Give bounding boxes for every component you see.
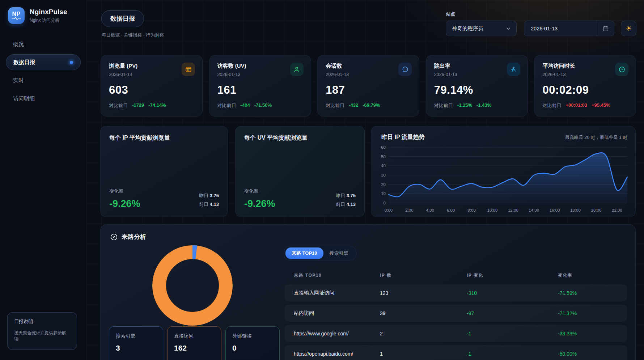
avg-ip-title: 每个 IP 平均贡献浏览量 [109, 134, 219, 142]
svg-text:60: 60 [381, 145, 386, 149]
kpi-value: 79.14% [434, 84, 520, 97]
stat-label: 搜索引擎 [116, 333, 156, 339]
user-icon [290, 63, 304, 76]
kpi-head: 访客数 (UV)2026-01-13 [217, 63, 304, 77]
kpi-value: 161 [217, 84, 304, 97]
kpi-head: 平均访问时长2026-01-13 [542, 63, 628, 77]
kpi-delta: +00:01:03 [565, 102, 587, 109]
sidebar: NP NginxPulse Nginx 访问分析 概况数据日报实时访问明细 日报… [0, 0, 87, 360]
sidebar-note-body: 按天聚合统计并提供趋势解读 [14, 330, 70, 342]
runner-icon [507, 63, 520, 76]
referrer-title: 来路分析 [122, 233, 146, 241]
svg-text:10: 10 [381, 191, 386, 196]
referrer-table-header: 来路 TOP10IP 数IP 变化变化率 [284, 272, 627, 279]
kpi-date: 2026-01-13 [326, 72, 349, 77]
ip-change-cell: -1 [467, 331, 558, 336]
kpi-compare-label: 对比前日 [434, 102, 453, 109]
svg-text:4:00: 4:00 [426, 208, 434, 212]
kpi-card: 浏览量 (PV)2026-01-13603对比前日-1729-74.14% [101, 55, 203, 117]
kpi-date: 2026-01-13 [109, 72, 137, 77]
ip-change-cell: -310 [467, 290, 558, 296]
svg-text:50: 50 [381, 154, 386, 159]
kpi-card: 会话数2026-01-13187对比前日-432-69.79% [317, 55, 419, 117]
referrer-name-cell: https://openapi.baidu.com/ [294, 351, 380, 357]
site-select[interactable]: 神奇的程序员 [446, 21, 517, 36]
table-row: https://openapi.baidu.com/1-1-50.00% [284, 345, 627, 360]
svg-text:12:00: 12:00 [508, 208, 518, 212]
kpi-title-col: 跳出率2026-01-13 [434, 63, 457, 77]
trend-chart-note: 最高峰是 20 时，最低谷是 1 时 [565, 135, 627, 141]
app-name: NginxPulse [30, 8, 67, 16]
tab-来路 TOP10[interactable]: 来路 TOP10 [285, 247, 323, 259]
kpi-delta-pct: -1.43% [476, 102, 491, 109]
svg-text:10:00: 10:00 [487, 208, 498, 212]
kpi-value: 00:02:09 [542, 84, 628, 97]
kpi-title: 跳出率 [434, 63, 457, 69]
stat-value: 162 [174, 344, 215, 352]
sidebar-item-访问明细[interactable]: 访问明细 [6, 90, 81, 106]
compass-icon [110, 233, 118, 241]
table-header-cell: IP 变化 [467, 272, 558, 279]
sidebar-item-数据日报[interactable]: 数据日报 [6, 54, 81, 70]
app-subtitle: Nginx 访问分析 [30, 17, 67, 24]
kpi-date: 2026-01-13 [542, 72, 575, 77]
ip-count-cell: 123 [380, 290, 467, 296]
svg-text:16:00: 16:00 [550, 208, 560, 212]
avg-ip-card: 每个 IP 平均贡献浏览量 变化率 -9.26% 昨日 3.75 前日 4.13 [100, 126, 228, 217]
rate-value: -9.26% [244, 198, 275, 209]
svg-text:30: 30 [381, 173, 386, 177]
kpi-date: 2026-01-13 [434, 72, 457, 77]
rate-label: 变化率 [109, 188, 140, 195]
prev-values: 昨日 3.75 前日 4.13 [336, 191, 356, 209]
stat-card-外部链接: 外部链接0 [225, 326, 280, 360]
trend-chart: 01020304050600:002:004:006:008:0010:0012… [374, 143, 633, 217]
tab-搜索引擎[interactable]: 搜索引擎 [323, 247, 355, 259]
kpi-compare: 对比前日-404-71.50% [217, 102, 304, 109]
app-logo-row: NP NginxPulse Nginx 访问分析 [0, 0, 86, 24]
sidebar-item-label: 数据日报 [13, 59, 35, 66]
kpi-title-col: 平均访问时长2026-01-13 [542, 63, 575, 77]
theme-toggle-button[interactable]: ☀ [621, 21, 636, 36]
kpi-value: 603 [109, 84, 195, 97]
kpi-delta: -404 [241, 102, 250, 109]
rate-label: 变化率 [244, 188, 275, 195]
kpi-card: 平均访问时长2026-01-1300:02:09对比前日+00:01:03+95… [534, 55, 636, 117]
prev-values: 昨日 3.75 前日 4.13 [199, 191, 219, 209]
svg-text:22:00: 22:00 [612, 208, 622, 212]
kpi-card: 访客数 (UV)2026-01-13161对比前日-404-71.50% [209, 55, 311, 117]
table-header-cell: 变化率 [558, 272, 618, 279]
svg-text:6:00: 6:00 [447, 208, 455, 212]
clock-icon [615, 63, 628, 76]
svg-text:8:00: 8:00 [467, 208, 475, 212]
chat-icon [398, 63, 412, 76]
avg-uv-card: 每个 UV 平均贡献浏览量 变化率 -9.26% 昨日 3.75 前日 4.13 [235, 126, 365, 217]
kpi-value: 187 [326, 84, 412, 97]
kpi-title: 平均访问时长 [542, 63, 575, 69]
svg-text:40: 40 [381, 164, 386, 168]
kpi-title-col: 访客数 (UV)2026-01-13 [217, 63, 246, 77]
referrer-card: 来路分析 搜索引擎3直接访问162外部链接0 来路 TOP10搜索引擎 来路 T… [100, 224, 636, 360]
svg-text:0: 0 [384, 201, 386, 205]
kpi-title-col: 会话数2026-01-13 [326, 63, 349, 77]
kpi-title-col: 浏览量 (PV)2026-01-13 [109, 63, 137, 77]
stat-label: 直接访问 [174, 333, 215, 339]
kpi-head: 会话数2026-01-13 [326, 63, 412, 77]
rate-cell: -71.32% [558, 310, 618, 316]
sidebar-item-概况[interactable]: 概况 [6, 36, 81, 52]
kpi-title: 会话数 [326, 63, 349, 69]
sidebar-item-实时[interactable]: 实时 [6, 72, 81, 88]
kpi-date: 2026-01-13 [217, 72, 246, 77]
date-picker[interactable]: 2026-01-13 [524, 21, 614, 36]
referrer-tabs: 来路 TOP10搜索引擎 [284, 246, 356, 261]
trend-chart-title: 昨日 IP 流量趋势 [381, 134, 425, 141]
referrer-table: 来路 TOP10IP 数IP 变化变化率 直接输入网址访问123-310-71.… [284, 272, 627, 360]
kpi-delta-pct: +95.45% [592, 102, 610, 109]
rate-value: -9.26% [109, 198, 140, 209]
kpi-title: 浏览量 (PV) [109, 63, 137, 69]
calendar-icon [597, 21, 614, 36]
rate-cell: -50.00% [558, 351, 618, 357]
table-row: 站内访问39-97-71.32% [284, 305, 627, 322]
kpi-card: 跳出率2026-01-1379.14%对比前日-1.15%-1.43% [426, 55, 528, 117]
kpi-compare-label: 对比前日 [217, 102, 236, 109]
pulse-line-icon [12, 17, 21, 20]
